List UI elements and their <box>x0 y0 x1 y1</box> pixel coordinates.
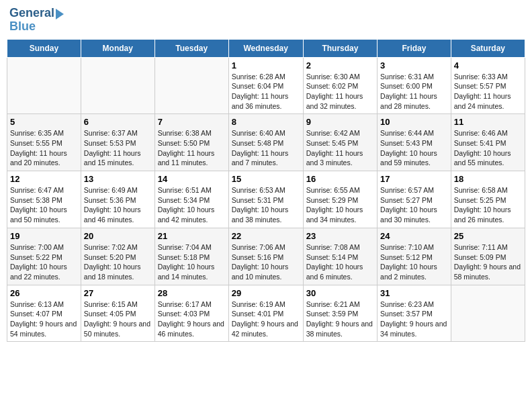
day-info: Sunrise: 6:58 AM Sunset: 5:25 PM Dayligh… <box>454 185 522 225</box>
day-info: Sunrise: 7:10 AM Sunset: 5:12 PM Dayligh… <box>380 242 448 282</box>
calendar-week-row: 26Sunrise: 6:13 AM Sunset: 4:07 PM Dayli… <box>7 285 525 342</box>
calendar-cell: 4Sunrise: 6:33 AM Sunset: 5:57 PM Daylig… <box>451 57 525 114</box>
day-info: Sunrise: 6:46 AM Sunset: 5:41 PM Dayligh… <box>454 128 522 168</box>
day-info: Sunrise: 6:57 AM Sunset: 5:27 PM Dayligh… <box>380 185 448 225</box>
day-number: 18 <box>454 174 522 184</box>
day-number: 5 <box>10 117 78 127</box>
weekday-header: Thursday <box>303 39 377 57</box>
calendar-cell: 13Sunrise: 6:49 AM Sunset: 5:36 PM Dayli… <box>81 171 154 228</box>
calendar-cell: 18Sunrise: 6:58 AM Sunset: 5:25 PM Dayli… <box>451 171 525 228</box>
day-info: Sunrise: 6:33 AM Sunset: 5:57 PM Dayligh… <box>454 72 522 111</box>
calendar-cell: 24Sunrise: 7:10 AM Sunset: 5:12 PM Dayli… <box>378 228 451 285</box>
calendar-cell: 5Sunrise: 6:35 AM Sunset: 5:55 PM Daylig… <box>7 114 81 171</box>
day-number: 21 <box>158 231 226 241</box>
calendar-cell <box>451 285 525 342</box>
day-info: Sunrise: 7:00 AM Sunset: 5:22 PM Dayligh… <box>10 242 78 282</box>
calendar-cell: 26Sunrise: 6:13 AM Sunset: 4:07 PM Dayli… <box>7 285 81 342</box>
calendar-cell: 16Sunrise: 6:55 AM Sunset: 5:29 PM Dayli… <box>303 171 377 228</box>
day-info: Sunrise: 6:23 AM Sunset: 3:57 PM Dayligh… <box>380 300 448 339</box>
day-info: Sunrise: 7:06 AM Sunset: 5:16 PM Dayligh… <box>232 242 300 282</box>
day-info: Sunrise: 7:08 AM Sunset: 5:14 PM Dayligh… <box>306 242 374 282</box>
day-info: Sunrise: 6:42 AM Sunset: 5:45 PM Dayligh… <box>306 128 374 168</box>
calendar-header: SundayMondayTuesdayWednesdayThursdayFrid… <box>7 39 525 57</box>
day-number: 31 <box>380 288 448 298</box>
day-number: 15 <box>232 174 300 184</box>
calendar-cell: 25Sunrise: 7:11 AM Sunset: 5:09 PM Dayli… <box>451 228 525 285</box>
day-number: 28 <box>158 288 226 298</box>
logo: General Blue <box>9 7 64 34</box>
day-number: 1 <box>232 60 300 71</box>
calendar-cell: 15Sunrise: 6:53 AM Sunset: 5:31 PM Dayli… <box>228 171 303 228</box>
calendar-cell: 10Sunrise: 6:44 AM Sunset: 5:43 PM Dayli… <box>378 114 451 171</box>
calendar-cell: 11Sunrise: 6:46 AM Sunset: 5:41 PM Dayli… <box>451 114 525 171</box>
day-info: Sunrise: 6:49 AM Sunset: 5:36 PM Dayligh… <box>84 185 152 225</box>
day-info: Sunrise: 6:13 AM Sunset: 4:07 PM Dayligh… <box>10 300 78 339</box>
day-info: Sunrise: 6:31 AM Sunset: 6:00 PM Dayligh… <box>380 72 448 111</box>
weekday-header: Friday <box>378 39 451 57</box>
day-info: Sunrise: 6:30 AM Sunset: 6:02 PM Dayligh… <box>306 72 374 111</box>
day-info: Sunrise: 6:51 AM Sunset: 5:34 PM Dayligh… <box>158 185 226 225</box>
day-info: Sunrise: 7:04 AM Sunset: 5:18 PM Dayligh… <box>158 242 226 282</box>
calendar-cell: 9Sunrise: 6:42 AM Sunset: 5:45 PM Daylig… <box>303 114 377 171</box>
weekday-header: Saturday <box>451 39 525 57</box>
day-number: 23 <box>306 231 374 241</box>
day-number: 10 <box>380 117 448 127</box>
calendar-cell: 30Sunrise: 6:21 AM Sunset: 3:59 PM Dayli… <box>303 285 377 342</box>
day-number: 3 <box>380 60 448 71</box>
day-number: 7 <box>158 117 226 127</box>
day-number: 11 <box>454 117 522 127</box>
logo-text-general: General <box>9 7 54 20</box>
calendar-cell: 6Sunrise: 6:37 AM Sunset: 5:53 PM Daylig… <box>81 114 154 171</box>
calendar-cell: 23Sunrise: 7:08 AM Sunset: 5:14 PM Dayli… <box>303 228 377 285</box>
day-info: Sunrise: 6:15 AM Sunset: 4:05 PM Dayligh… <box>84 300 152 339</box>
day-info: Sunrise: 7:11 AM Sunset: 5:09 PM Dayligh… <box>454 242 522 282</box>
weekday-header: Wednesday <box>228 39 303 57</box>
day-info: Sunrise: 6:28 AM Sunset: 6:04 PM Dayligh… <box>232 72 300 111</box>
day-number: 24 <box>380 231 448 241</box>
calendar-cell: 22Sunrise: 7:06 AM Sunset: 5:16 PM Dayli… <box>228 228 303 285</box>
calendar-cell: 29Sunrise: 6:19 AM Sunset: 4:01 PM Dayli… <box>228 285 303 342</box>
calendar-week-row: 12Sunrise: 6:47 AM Sunset: 5:38 PM Dayli… <box>7 171 525 228</box>
day-number: 13 <box>84 174 152 184</box>
day-info: Sunrise: 6:53 AM Sunset: 5:31 PM Dayligh… <box>232 185 300 225</box>
day-number: 9 <box>306 117 374 127</box>
calendar-cell <box>7 57 81 114</box>
day-info: Sunrise: 6:55 AM Sunset: 5:29 PM Dayligh… <box>306 185 374 225</box>
calendar-cell: 8Sunrise: 6:40 AM Sunset: 5:48 PM Daylig… <box>228 114 303 171</box>
calendar-cell <box>81 57 154 114</box>
calendar-body: 1Sunrise: 6:28 AM Sunset: 6:04 PM Daylig… <box>7 57 525 342</box>
calendar-week-row: 5Sunrise: 6:35 AM Sunset: 5:55 PM Daylig… <box>7 114 525 171</box>
calendar-cell: 20Sunrise: 7:02 AM Sunset: 5:20 PM Dayli… <box>81 228 154 285</box>
calendar-cell: 14Sunrise: 6:51 AM Sunset: 5:34 PM Dayli… <box>154 171 228 228</box>
logo-arrow-icon <box>56 9 64 19</box>
calendar-cell: 19Sunrise: 7:00 AM Sunset: 5:22 PM Dayli… <box>7 228 81 285</box>
calendar-cell: 21Sunrise: 7:04 AM Sunset: 5:18 PM Dayli… <box>154 228 228 285</box>
day-info: Sunrise: 6:38 AM Sunset: 5:50 PM Dayligh… <box>158 128 226 168</box>
logo-text-blue: Blue <box>9 20 64 34</box>
calendar-cell: 3Sunrise: 6:31 AM Sunset: 6:00 PM Daylig… <box>378 57 451 114</box>
day-number: 25 <box>454 231 522 241</box>
day-info: Sunrise: 6:47 AM Sunset: 5:38 PM Dayligh… <box>10 185 78 225</box>
weekday-row: SundayMondayTuesdayWednesdayThursdayFrid… <box>7 39 525 57</box>
calendar-week-row: 1Sunrise: 6:28 AM Sunset: 6:04 PM Daylig… <box>7 57 525 114</box>
day-number: 6 <box>84 117 152 127</box>
calendar-cell: 17Sunrise: 6:57 AM Sunset: 5:27 PM Dayli… <box>378 171 451 228</box>
day-info: Sunrise: 6:37 AM Sunset: 5:53 PM Dayligh… <box>84 128 152 168</box>
day-number: 19 <box>10 231 78 241</box>
weekday-header: Tuesday <box>154 39 228 57</box>
day-info: Sunrise: 6:44 AM Sunset: 5:43 PM Dayligh… <box>380 128 448 168</box>
day-number: 12 <box>10 174 78 184</box>
calendar-week-row: 19Sunrise: 7:00 AM Sunset: 5:22 PM Dayli… <box>7 228 525 285</box>
day-info: Sunrise: 6:35 AM Sunset: 5:55 PM Dayligh… <box>10 128 78 168</box>
day-number: 30 <box>306 288 374 298</box>
day-number: 20 <box>84 231 152 241</box>
calendar-cell: 1Sunrise: 6:28 AM Sunset: 6:04 PM Daylig… <box>228 57 303 114</box>
day-info: Sunrise: 6:40 AM Sunset: 5:48 PM Dayligh… <box>232 128 300 168</box>
weekday-header: Monday <box>81 39 154 57</box>
day-number: 17 <box>380 174 448 184</box>
calendar-cell: 12Sunrise: 6:47 AM Sunset: 5:38 PM Dayli… <box>7 171 81 228</box>
calendar-cell <box>154 57 228 114</box>
day-number: 27 <box>84 288 152 298</box>
calendar-cell: 2Sunrise: 6:30 AM Sunset: 6:02 PM Daylig… <box>303 57 377 114</box>
calendar-cell: 31Sunrise: 6:23 AM Sunset: 3:57 PM Dayli… <box>378 285 451 342</box>
